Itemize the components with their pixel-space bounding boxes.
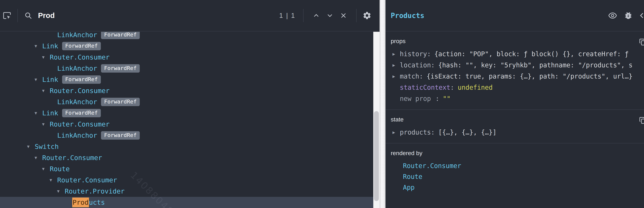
code-icon[interactable]: [640, 11, 644, 20]
tree-row[interactable]: ▼LinkForwardRef: [0, 108, 373, 119]
forwardref-badge: ForwardRef: [101, 32, 140, 39]
expander-arrow-icon[interactable]: ▼: [42, 166, 50, 171]
key-value-row[interactable]: ▶history:{action: "POP", block: ƒ block(…: [386, 48, 644, 60]
component-name: Router.Provider: [65, 188, 124, 195]
chevron-down-icon[interactable]: [326, 12, 334, 20]
expander-arrow-icon[interactable]: ▶: [392, 130, 400, 135]
expander-arrow-icon[interactable]: ▼: [34, 77, 42, 82]
tree-scrollbar[interactable]: [373, 32, 380, 208]
expander-arrow-icon[interactable]: ▼: [34, 155, 42, 160]
key-name: history: [400, 50, 427, 58]
expander-arrow-icon[interactable]: ▼: [34, 111, 42, 116]
search-icon: [24, 11, 33, 20]
details-panel: Products props: [386, 0, 644, 208]
value: undefined: [458, 84, 492, 91]
colon: :: [436, 95, 439, 102]
colon: :: [431, 62, 435, 69]
toolbar-separator: [356, 9, 356, 22]
tree-row[interactable]: ▼Router.Consumer: [0, 85, 373, 96]
tree-row[interactable]: ▼Router.Consumer: [0, 119, 373, 130]
component-name: Link: [42, 76, 58, 84]
component-name: LinkAnchor: [57, 64, 97, 72]
expander-arrow-icon[interactable]: ▼: [27, 144, 35, 149]
tree-row[interactable]: ▼Router.Provider: [0, 186, 373, 197]
component-tree-rows: LinkAnchorForwardRef▼LinkForwardRef▼Rout…: [0, 32, 373, 208]
tree-row[interactable]: LinkAnchorForwardRef: [0, 96, 373, 108]
key-value-row[interactable]: ▶location:{hash: "", key: "5ryhkb", path…: [386, 60, 644, 71]
copy-icon[interactable]: [639, 38, 644, 46]
value: {isExact: true, params: {…}, path: "/pro…: [427, 72, 633, 80]
search-result-count: 1 | 1: [279, 12, 296, 19]
forwardref-badge: ForwardRef: [62, 109, 101, 117]
tree-row[interactable]: LinkAnchorForwardRef: [0, 130, 373, 141]
expander-arrow-icon[interactable]: ▶: [392, 52, 400, 56]
copy-icon[interactable]: [639, 116, 644, 124]
toolbar-separator: [303, 9, 304, 22]
colon: :: [427, 50, 431, 58]
eye-icon[interactable]: [608, 11, 617, 20]
tree-toolbar: 1 | 1: [0, 0, 380, 32]
inspect-element-icon[interactable]: [2, 11, 12, 20]
tree-row[interactable]: LinkAnchorForwardRef: [0, 32, 373, 40]
rendered-by-link[interactable]: Route: [386, 171, 644, 182]
component-name: Switch: [35, 143, 58, 150]
key-value-row[interactable]: staticContext:undefined: [386, 82, 644, 93]
search-input[interactable]: [38, 11, 136, 20]
expander-arrow-icon[interactable]: ▼: [42, 55, 50, 60]
close-icon[interactable]: [340, 12, 348, 20]
tree-row[interactable]: ▼Router.Consumer: [0, 174, 373, 186]
new-prop-input-row[interactable]: new prop:"": [386, 93, 644, 104]
expander-arrow-icon[interactable]: ▼: [50, 178, 57, 182]
selected-component-title: Products: [391, 12, 424, 20]
colon: :: [450, 84, 454, 91]
rendered-by-link[interactable]: App: [386, 182, 644, 193]
tree-row[interactable]: Products: [0, 197, 373, 208]
expander-arrow-icon[interactable]: ▶: [392, 63, 400, 68]
value: "": [443, 95, 451, 102]
component-name: Link: [42, 109, 58, 117]
value: {action: "POP", block: ƒ block() {}, cre…: [434, 50, 629, 58]
component-tree: LinkAnchorForwardRef▼LinkForwardRef▼Rout…: [0, 32, 373, 208]
key-value-row[interactable]: ▶products:[{…}, {…}, {…}]: [386, 127, 644, 138]
forwardref-badge: ForwardRef: [62, 42, 101, 50]
expander-arrow-icon[interactable]: ▼: [34, 44, 42, 48]
component-name: Router.Consumer: [42, 154, 102, 162]
tree-row[interactable]: ▼Route: [0, 163, 373, 174]
panel-resize-handle[interactable]: [380, 0, 386, 208]
expander-arrow-icon[interactable]: ▼: [42, 88, 50, 93]
forwardref-badge: ForwardRef: [101, 131, 140, 140]
component-name: Products: [72, 198, 105, 206]
key-name: new prop: [400, 95, 431, 102]
tree-row[interactable]: ▼LinkForwardRef: [0, 40, 373, 52]
expander-arrow-icon[interactable]: ▼: [42, 122, 50, 127]
component-name: LinkAnchor: [57, 32, 97, 39]
key-name: staticContext: [400, 84, 450, 91]
key-value-row[interactable]: ▶match:{isExact: true, params: {…}, path…: [386, 71, 644, 82]
gear-icon[interactable]: [362, 11, 372, 20]
tree-row[interactable]: ▼Router.Consumer: [0, 52, 373, 63]
rendered-by-rows: Router.ConsumerRouteApp: [386, 160, 644, 193]
colon: :: [431, 128, 435, 136]
expander-arrow-icon[interactable]: ▼: [57, 189, 65, 194]
props-section-title: props: [386, 38, 644, 44]
bug-icon[interactable]: [624, 11, 633, 20]
colon: :: [419, 72, 423, 80]
component-name: Route: [50, 165, 70, 173]
component-name: LinkAnchor: [57, 98, 97, 106]
tree-row[interactable]: ▼Switch: [0, 141, 373, 152]
rendered-by-section: rendered by Router.ConsumerRouteApp: [386, 144, 644, 198]
rendered-by-link[interactable]: Router.Consumer: [386, 160, 644, 171]
component-name: Router.Consumer: [50, 54, 110, 61]
forwardref-badge: ForwardRef: [101, 64, 140, 72]
rendered-by-section-title: rendered by: [386, 150, 644, 156]
component-name: Router.Consumer: [50, 87, 110, 94]
chevron-up-icon[interactable]: [312, 12, 320, 20]
component-name: Link: [42, 42, 58, 50]
tree-row[interactable]: ▼Router.Consumer: [0, 152, 373, 163]
expander-arrow-icon[interactable]: ▶: [392, 74, 400, 79]
key-name: location: [400, 62, 431, 69]
component-name: Router.Consumer: [57, 176, 117, 184]
tree-scrollbar-thumb[interactable]: [374, 111, 379, 201]
tree-row[interactable]: LinkAnchorForwardRef: [0, 63, 373, 74]
tree-row[interactable]: ▼LinkForwardRef: [0, 74, 373, 85]
